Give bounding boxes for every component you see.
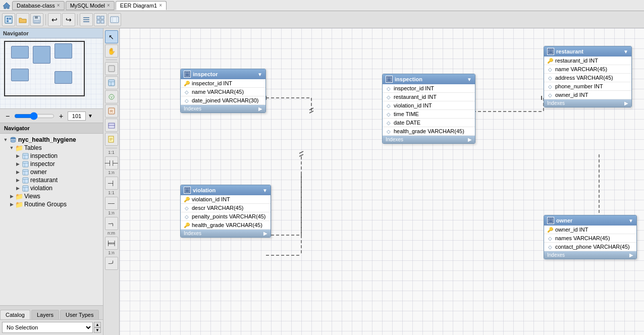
owner-footer[interactable]: Indexes ▶: [544, 251, 636, 259]
tree-views-section[interactable]: ▶ 📁 Views: [0, 192, 103, 200]
properties-button[interactable]: [80, 13, 93, 26]
eer-header-restaurant[interactable]: restaurant ▼: [544, 46, 631, 57]
tree-views-arrow[interactable]: ▶: [8, 194, 15, 199]
eer-canvas[interactable]: inspector ▼ 🔑 inspector_id INT ◇ name VA…: [120, 28, 644, 335]
eer-table-inspection[interactable]: inspection ▼ ◇ inspector_id INT ◇ restau…: [382, 74, 475, 144]
inspector-field-0[interactable]: 🔑 inspector_id INT: [181, 79, 265, 88]
inspection-field-4[interactable]: ◇ date DATE: [383, 119, 475, 127]
note-tool[interactable]: [105, 133, 118, 146]
zoom-in-button[interactable]: +: [57, 111, 66, 121]
tab-close-mysql-model[interactable]: ×: [107, 3, 110, 8]
eraser-tool[interactable]: [105, 62, 118, 75]
new-model-button[interactable]: [2, 13, 15, 26]
eer-header-violation[interactable]: violation ▼: [181, 185, 271, 195]
restaurant-field-1[interactable]: ◇ name VARCHAR(45): [544, 65, 631, 74]
zoom-out-button[interactable]: −: [3, 111, 12, 121]
restaurant-chevron[interactable]: ▼: [623, 49, 628, 54]
pan-tool[interactable]: ✋: [105, 44, 118, 58]
inspection-field-1[interactable]: ◇ restaurant_id INT: [383, 93, 475, 101]
layer-tool[interactable]: [105, 119, 118, 132]
inspection-footer[interactable]: Indexes ▶: [383, 136, 475, 143]
tab-catalog[interactable]: Catalog: [0, 310, 30, 319]
zoom-dropdown-arrow[interactable]: ▼: [88, 113, 93, 119]
owner-footer-arrow[interactable]: ▶: [629, 252, 633, 258]
restaurant-field-2[interactable]: ◇ address VARCHAR(45): [544, 74, 631, 82]
rel-1-n-tool-3[interactable]: ─╯: [105, 257, 118, 270]
tab-close-eer-diagram[interactable]: ×: [159, 3, 162, 8]
zoom-value-input[interactable]: [68, 111, 86, 121]
violation-field-0[interactable]: 🔑 violation_id INT: [181, 195, 271, 204]
home-icon[interactable]: [2, 1, 11, 10]
tree-root-arrow[interactable]: ▼: [2, 137, 9, 142]
violation-field-2[interactable]: ◇ penalty_points VARCHAR(45): [181, 212, 271, 221]
violation-footer[interactable]: Indexes ▶: [181, 230, 271, 237]
routine-tool[interactable]: R: [105, 104, 118, 118]
tree-item-violation[interactable]: ▶ violation: [0, 184, 103, 192]
inspection-field-3[interactable]: ◇ time TIME: [383, 110, 475, 119]
inspector-field-2[interactable]: ◇ date_joined VARCHAR(30): [181, 96, 265, 105]
open-model-button[interactable]: [16, 13, 29, 26]
inspector-field-1[interactable]: ◇ name VARCHAR(45): [181, 88, 265, 96]
rel-1-1-tool[interactable]: ─┤├─: [105, 156, 118, 170]
tree-inspection-arrow[interactable]: ▶: [14, 153, 21, 158]
restaurant-footer[interactable]: Indexes ▶: [544, 99, 631, 107]
tree-routines-arrow[interactable]: ▶: [8, 202, 15, 207]
tree-routines-section[interactable]: ▶ 📁 Routine Groups: [0, 200, 103, 208]
tree-tables-arrow[interactable]: ▼: [8, 145, 15, 150]
selection-down-arrow[interactable]: ▼: [94, 327, 101, 333]
tree-root[interactable]: ▼ nyc_health_hygiene: [0, 136, 103, 144]
selection-dropdown[interactable]: No Selection: [2, 322, 93, 333]
tree-inspector-arrow[interactable]: ▶: [14, 161, 21, 166]
tree-item-inspector[interactable]: ▶ inspector: [0, 160, 103, 168]
owner-field-2[interactable]: ◇ contact_phone VARCHAR(45): [544, 243, 636, 251]
schema-button[interactable]: [94, 13, 107, 26]
tab-layers[interactable]: Layers: [31, 310, 59, 319]
tree-item-restaurant[interactable]: ▶ restaurant: [0, 176, 103, 184]
tree-item-inspection[interactable]: ▶ inspection: [0, 152, 103, 160]
rel-1-n-tool-2[interactable]: ─╮: [105, 217, 118, 230]
rel-1-1-tool-2[interactable]: ──: [105, 197, 118, 210]
zoom-slider[interactable]: [14, 112, 55, 120]
redo-button[interactable]: ↪: [62, 13, 75, 26]
tree-tables-section[interactable]: ▼ 📁 Tables: [0, 144, 103, 152]
violation-field-1[interactable]: ◇ descr VARCHAR(45): [181, 204, 271, 212]
view-tool[interactable]: V: [105, 90, 118, 103]
tab-eer-diagram[interactable]: EER Diagram1 ×: [116, 1, 167, 10]
inspection-chevron[interactable]: ▼: [467, 77, 472, 82]
eer-header-owner[interactable]: owner ▼: [544, 215, 636, 226]
inspection-field-0[interactable]: ◇ inspector_id INT: [383, 84, 475, 93]
select-tool[interactable]: ↖: [105, 30, 118, 43]
tree-restaurant-arrow[interactable]: ▶: [14, 178, 21, 183]
owner-field-1[interactable]: ◇ names VARCHAR(45): [544, 234, 636, 243]
undo-button[interactable]: ↩: [48, 13, 61, 26]
tab-close-database-class[interactable]: ×: [57, 3, 60, 8]
restaurant-field-0[interactable]: 🔑 restaurant_id INT: [544, 57, 631, 65]
rel-n-m-tool[interactable]: ╞═╡: [105, 237, 118, 250]
owner-chevron[interactable]: ▼: [628, 218, 633, 224]
restaurant-field-3[interactable]: ◇ phone_number INT: [544, 82, 631, 91]
eer-table-violation[interactable]: violation ▼ 🔑 violation_id INT ◇ descr V…: [180, 185, 271, 238]
tab-database-class[interactable]: Database-class ×: [12, 1, 65, 10]
violation-chevron[interactable]: ▼: [262, 188, 267, 193]
tree-item-owner[interactable]: ▶ owner: [0, 168, 103, 176]
restaurant-footer-arrow[interactable]: ▶: [624, 100, 628, 106]
eer-table-owner[interactable]: owner ▼ 🔑 owner_id INT ◇ names VARCHAR(4…: [544, 215, 637, 259]
inspector-chevron[interactable]: ▼: [257, 72, 262, 77]
inspection-field-2[interactable]: ◇ violation_id INT: [383, 101, 475, 110]
eer-table-inspector[interactable]: inspector ▼ 🔑 inspector_id INT ◇ name VA…: [180, 69, 266, 113]
inspector-footer-arrow[interactable]: ▶: [258, 106, 262, 111]
selection-up-arrow[interactable]: ▲: [94, 322, 101, 327]
diagram-button[interactable]: [108, 13, 121, 26]
save-button[interactable]: [30, 13, 43, 26]
inspection-field-5[interactable]: ◇ health_grade VARCHAR(45): [383, 127, 475, 136]
eer-header-inspection[interactable]: inspection ▼: [383, 74, 475, 84]
tree-violation-arrow[interactable]: ▶: [14, 186, 21, 191]
eer-header-inspector[interactable]: inspector ▼: [181, 69, 265, 79]
inspector-footer[interactable]: Indexes ▶: [181, 105, 265, 113]
restaurant-field-4[interactable]: ◇ owner_id INT: [544, 91, 631, 99]
tab-mysql-model[interactable]: MySQL Model ×: [66, 1, 115, 10]
rel-1-n-tool-1[interactable]: ─┤: [105, 177, 118, 190]
navigator-canvas[interactable]: [0, 38, 103, 109]
violation-field-3[interactable]: 🔑 health_grade VARCHAR(45): [181, 221, 271, 230]
owner-field-0[interactable]: 🔑 owner_id INT: [544, 226, 636, 234]
